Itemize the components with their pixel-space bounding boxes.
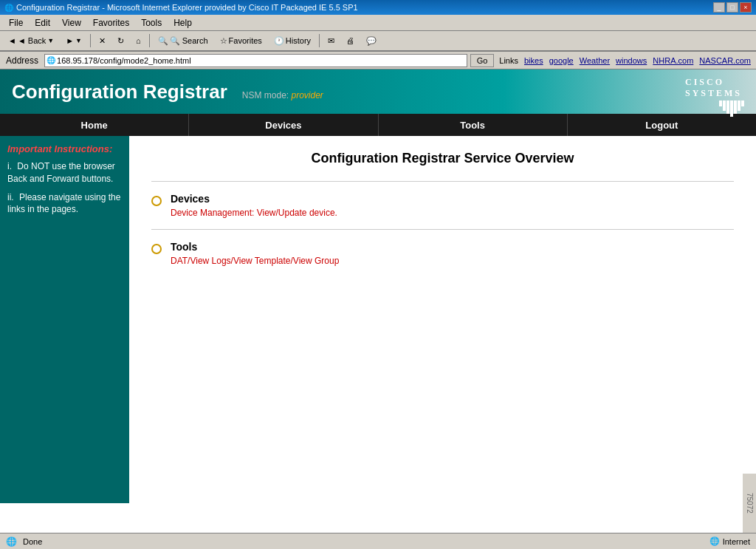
address-bar: Address 🌐 Go Links bikes google Weather … bbox=[0, 52, 756, 69]
nav-devices[interactable]: Devices bbox=[189, 114, 378, 136]
separator-3 bbox=[319, 34, 320, 47]
menu-tools[interactable]: Tools bbox=[135, 16, 168, 30]
cisco-bar-6 bbox=[738, 100, 740, 111]
link-windows[interactable]: windows bbox=[614, 56, 649, 65]
search-icon: 🔍 bbox=[158, 36, 168, 46]
print-button[interactable]: 🖨 bbox=[341, 33, 360, 49]
links-bar: Links bikes google Weather windows NHRA.… bbox=[497, 56, 753, 65]
title-bar-controls[interactable]: _ □ × bbox=[713, 2, 752, 13]
ie-icon: 🌐 bbox=[4, 4, 13, 12]
devices-content: Devices Device Management: View/Update d… bbox=[171, 193, 337, 218]
status-text: Done bbox=[23, 537, 704, 546]
cisco-bar-5 bbox=[734, 100, 737, 114]
app-title: Configuration Registrar bbox=[12, 81, 227, 103]
cisco-bar-7 bbox=[741, 100, 744, 106]
side-number: 75072 bbox=[743, 474, 756, 533]
menu-view[interactable]: View bbox=[56, 16, 87, 30]
link-google[interactable]: google bbox=[547, 56, 576, 65]
title-bar: 🌐 Configuration Registrar - Microsoft In… bbox=[0, 0, 756, 15]
divider-2 bbox=[151, 229, 734, 230]
devices-radio[interactable] bbox=[151, 196, 162, 206]
separator-1 bbox=[90, 34, 91, 47]
app-header: Configuration Registrar NSM mode: provid… bbox=[0, 69, 756, 114]
status-bar: 🌐 Done 🌐 Internet bbox=[0, 533, 756, 549]
menu-bar: File Edit View Favorites Tools Help bbox=[0, 15, 756, 31]
forward-icon: ► bbox=[66, 36, 74, 45]
forward-dropdown-icon[interactable]: ▼ bbox=[75, 37, 82, 44]
nav-home[interactable]: Home bbox=[0, 114, 189, 136]
address-label: Address bbox=[3, 55, 41, 66]
instruction-num-1: i. bbox=[7, 160, 12, 173]
history-icon: 🕐 bbox=[274, 36, 284, 46]
address-input[interactable] bbox=[57, 56, 465, 65]
main-layout: Important Instructions: i. Do NOT use th… bbox=[0, 136, 756, 503]
nav-bar: Home Devices Tools Logout bbox=[0, 114, 756, 136]
tools-content: Tools DAT/View Logs/View Template/View G… bbox=[171, 241, 339, 266]
go-button[interactable]: Go bbox=[470, 54, 495, 67]
forward-button[interactable]: ► ▼ bbox=[61, 33, 87, 49]
sidebar: Important Instructions: i. Do NOT use th… bbox=[0, 136, 129, 503]
content-area: Configuration Registrar Service Overview… bbox=[129, 136, 756, 503]
stop-button[interactable]: ✕ bbox=[94, 33, 111, 49]
menu-help[interactable]: Help bbox=[168, 16, 198, 30]
menu-edit[interactable]: Edit bbox=[29, 16, 56, 30]
divider-1 bbox=[151, 181, 734, 182]
nsm-value: provider bbox=[291, 90, 323, 100]
link-bikes[interactable]: bikes bbox=[522, 56, 546, 65]
menu-favorites[interactable]: Favorites bbox=[87, 16, 135, 30]
nav-tools[interactable]: Tools bbox=[379, 114, 568, 136]
tools-link[interactable]: DAT/View Logs/View Template/View Group bbox=[171, 256, 339, 266]
link-nascar[interactable]: NASCAR.com bbox=[697, 56, 753, 65]
toolbar: ◄ ◄ Back ▼ ► ▼ ✕ ↻ ⌂ 🔍 🔍 Search ☆ Favori… bbox=[0, 31, 756, 52]
back-icon: ◄ bbox=[8, 36, 16, 45]
back-dropdown-icon[interactable]: ▼ bbox=[47, 37, 54, 44]
cisco-text: CISCO SYSTEMS bbox=[685, 77, 744, 99]
link-nhra[interactable]: NHRA.com bbox=[650, 56, 695, 65]
cisco-bar-3 bbox=[726, 100, 729, 114]
cisco-bar-1 bbox=[719, 100, 722, 106]
cisco-bar-2 bbox=[723, 100, 726, 111]
tools-section: Tools DAT/View Logs/View Template/View G… bbox=[151, 241, 734, 266]
close-button[interactable]: × bbox=[740, 2, 752, 13]
search-button[interactable]: 🔍 🔍 Search bbox=[153, 33, 213, 49]
instruction-num-2: ii. bbox=[7, 191, 14, 204]
links-label: Links bbox=[497, 56, 520, 65]
devices-link[interactable]: Device Management: View/Update device. bbox=[171, 208, 337, 218]
separator-2 bbox=[149, 34, 150, 47]
discuss-button[interactable]: 💬 bbox=[361, 33, 382, 49]
nav-logout[interactable]: Logout bbox=[568, 114, 756, 136]
link-weather[interactable]: Weather bbox=[577, 56, 612, 65]
minimize-button[interactable]: _ bbox=[713, 2, 725, 13]
favorites-icon: ☆ bbox=[220, 36, 227, 46]
tools-radio[interactable] bbox=[151, 244, 162, 254]
address-input-wrap: 🌐 bbox=[44, 54, 467, 67]
status-right: 🌐 Internet bbox=[709, 536, 750, 546]
title-bar-title: 🌐 Configuration Registrar - Microsoft In… bbox=[4, 3, 358, 12]
status-icon: 🌐 bbox=[6, 536, 17, 547]
favorites-button[interactable]: ☆ Favorites bbox=[215, 33, 267, 49]
title-text: Configuration Registrar - Microsoft Inte… bbox=[16, 3, 358, 12]
menu-file[interactable]: File bbox=[3, 16, 29, 30]
mail-button[interactable]: ✉ bbox=[323, 33, 340, 49]
status-zone: Internet bbox=[723, 537, 750, 546]
devices-section: Devices Device Management: View/Update d… bbox=[151, 193, 734, 218]
devices-heading: Devices bbox=[171, 193, 337, 205]
refresh-button[interactable]: ↻ bbox=[112, 33, 129, 49]
nsm-mode: NSM mode: provider bbox=[242, 90, 323, 100]
app-header-left: Configuration Registrar NSM mode: provid… bbox=[12, 81, 323, 103]
back-button[interactable]: ◄ ◄ Back ▼ bbox=[3, 33, 59, 49]
page-icon: 🌐 bbox=[47, 56, 55, 64]
history-button[interactable]: 🕐 History bbox=[269, 33, 316, 49]
tools-heading: Tools bbox=[171, 241, 339, 253]
content-title: Configuration Registrar Service Overview bbox=[151, 151, 734, 166]
sidebar-instruction-1: i. Do NOT use the browser Back and Forwa… bbox=[7, 160, 122, 185]
maximize-button[interactable]: □ bbox=[726, 2, 738, 13]
sidebar-title: Important Instructions: bbox=[7, 143, 122, 154]
home-button[interactable]: ⌂ bbox=[131, 33, 146, 49]
status-zone-icon: 🌐 bbox=[709, 536, 720, 546]
cisco-logo: CISCO SYSTEMS bbox=[685, 77, 744, 106]
sidebar-instruction-2: ii. Please navigate using the links in t… bbox=[7, 191, 122, 216]
